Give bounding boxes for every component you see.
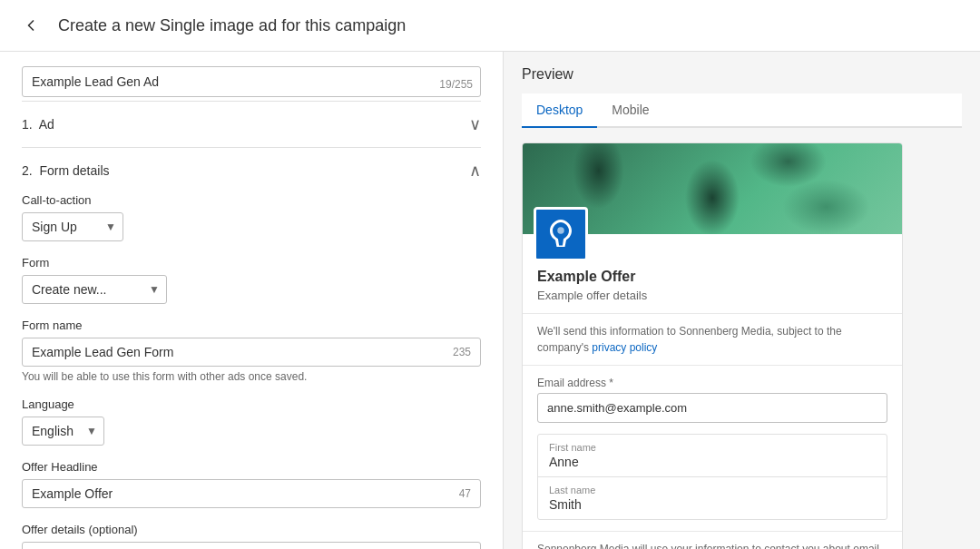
- last-name-preview-label: Last name: [549, 485, 876, 495]
- tab-mobile[interactable]: Mobile: [597, 93, 663, 128]
- offer-details-label: Offer details (optional): [22, 523, 481, 536]
- section-ad-collapse-icon: ∨: [469, 114, 481, 134]
- header: Create a new Single image ad for this ca…: [0, 0, 980, 52]
- offer-details-textarea-wrapper: 139 Example offer details: [22, 542, 481, 549]
- back-button[interactable]: [18, 13, 44, 38]
- offer-headline-label: Offer Headline: [22, 460, 481, 474]
- form-section-content: Call-to-action Sign Up Learn More Regist…: [22, 193, 481, 549]
- offer-headline-input[interactable]: [32, 486, 452, 501]
- offer-title: Example Offer: [537, 269, 887, 285]
- form-name-label: Form name: [22, 319, 481, 332]
- right-panel: Preview Desktop Mobile: [504, 52, 980, 549]
- main-layout: 19/255 1. Ad ∨ 2. Form details ∧ Call-to…: [0, 52, 980, 549]
- privacy-policy-link[interactable]: privacy policy: [592, 341, 657, 354]
- email-preview-field: Email address *: [537, 377, 887, 423]
- form-name-field-group: Form name 235 You will be able to use th…: [22, 319, 481, 383]
- first-name-preview-field: First name Anne: [538, 435, 887, 477]
- preview-title: Preview: [522, 66, 962, 83]
- form-name-input-wrapper: 235: [22, 338, 481, 367]
- ad-preview-card: Example Offer Example offer details We'l…: [522, 142, 903, 549]
- last-name-preview-value: Smith: [549, 497, 876, 512]
- offer-details-text: Example offer details: [537, 289, 887, 302]
- form-label: Form: [22, 256, 481, 270]
- name-preview-fields: First name Anne Last name Smith: [537, 434, 887, 520]
- section-form-title: 2. Form details: [22, 163, 110, 178]
- ad-name-char-count: 19/255: [439, 78, 473, 91]
- offer-headline-field-group: Offer Headline 47: [22, 460, 481, 508]
- tab-desktop[interactable]: Desktop: [522, 93, 597, 128]
- form-select-wrapper: Create new... ▼: [22, 275, 167, 304]
- logo-leaf-icon: [544, 217, 577, 252]
- language-field-group: Language English Spanish French ▼: [22, 397, 481, 446]
- first-name-preview-value: Anne: [549, 455, 876, 469]
- last-name-preview-field: Last name Smith: [538, 477, 887, 519]
- offer-details-field-group: Offer details (optional) 139 Example off…: [22, 523, 481, 549]
- form-name-char-count: 235: [453, 346, 471, 358]
- language-select[interactable]: English Spanish French: [22, 417, 104, 446]
- form-field-group: Form Create new... ▼: [22, 256, 481, 304]
- svg-point-0: [557, 227, 564, 234]
- cta-select-wrapper: Sign Up Learn More Register Download ▼: [22, 212, 123, 241]
- form-name-hint: You will be able to use this form with o…: [22, 370, 481, 383]
- form-select[interactable]: Create new...: [22, 275, 167, 304]
- offer-logo: [534, 207, 588, 261]
- preview-form: Email address * First name Anne Last nam…: [523, 365, 902, 531]
- cta-select[interactable]: Sign Up Learn More Register Download: [22, 212, 123, 241]
- section-ad-header[interactable]: 1. Ad ∨: [22, 101, 481, 147]
- left-panel: 19/255 1. Ad ∨ 2. Form details ∧ Call-to…: [0, 52, 504, 549]
- preview-tabs: Desktop Mobile: [522, 93, 962, 128]
- offer-header-section: Example Offer Example offer details: [523, 261, 902, 313]
- form-name-input[interactable]: [32, 345, 446, 359]
- email-preview-label: Email address *: [537, 377, 887, 389]
- section-form-collapse-icon: ∧: [469, 161, 481, 181]
- email-preview-input[interactable]: [537, 393, 887, 423]
- section-ad-title: 1. Ad: [22, 117, 54, 132]
- first-name-preview-label: First name: [549, 442, 876, 453]
- language-select-wrapper: English Spanish French ▼: [22, 417, 104, 446]
- offer-headline-char-count: 47: [459, 487, 471, 500]
- ad-name-wrapper: 19/255: [22, 66, 481, 97]
- privacy-notice: We'll send this information to Sonnenber…: [523, 313, 902, 365]
- language-label: Language: [22, 397, 481, 411]
- section-form-header[interactable]: 2. Form details ∧: [22, 147, 481, 193]
- ad-name-input[interactable]: [32, 74, 471, 89]
- cta-field-group: Call-to-action Sign Up Learn More Regist…: [22, 193, 481, 241]
- preview-footer-text: Sonnenberg Media will use your informati…: [523, 531, 902, 549]
- cta-label: Call-to-action: [22, 193, 481, 207]
- page-title: Create a new Single image ad for this ca…: [58, 16, 406, 35]
- offer-headline-input-wrapper: 47: [22, 479, 481, 508]
